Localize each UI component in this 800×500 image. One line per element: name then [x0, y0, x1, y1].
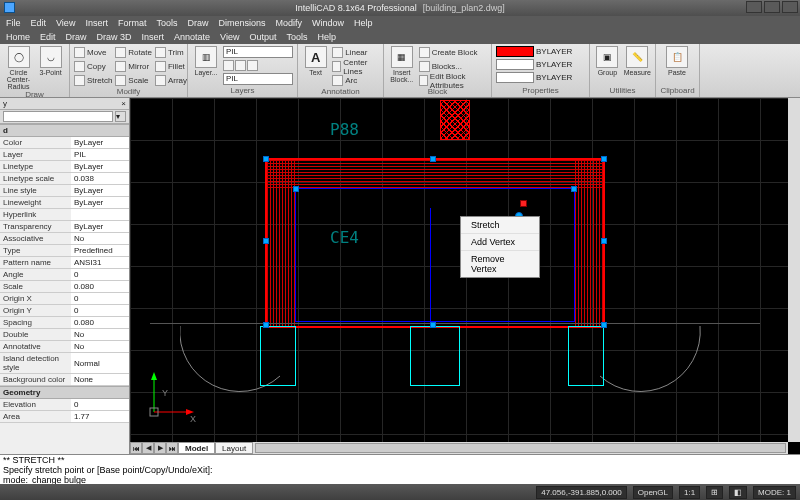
command-window[interactable]: ** STRETCH ** Specify stretch point or […: [0, 454, 800, 484]
menu-format[interactable]: Format: [118, 18, 147, 28]
grip[interactable]: [601, 238, 607, 244]
group-button[interactable]: ▣Group: [594, 46, 621, 76]
status-opengl: OpenGL: [633, 486, 673, 499]
menu-window[interactable]: Window: [312, 18, 344, 28]
menu-help[interactable]: Help: [354, 18, 373, 28]
tab-draw3d[interactable]: Draw 3D: [97, 32, 132, 42]
tab-insert[interactable]: Insert: [142, 32, 165, 42]
layer-combo2[interactable]: PIL: [223, 73, 293, 85]
close-button[interactable]: [782, 1, 798, 13]
insert-block-button[interactable]: ▦Insert Block...: [388, 46, 416, 83]
mirror-button[interactable]: Mirror: [115, 60, 152, 73]
status-coords: 47.056,-391.885,0.000: [536, 486, 627, 499]
arc-button[interactable]: ◡3-Point: [36, 46, 65, 76]
grip-hot[interactable]: [520, 200, 527, 207]
menu-modify[interactable]: Modify: [275, 18, 302, 28]
grip[interactable]: [430, 322, 436, 328]
stretch-button[interactable]: Stretch: [74, 74, 112, 87]
prop-combo[interactable]: [3, 111, 113, 122]
menu-draw[interactable]: Draw: [187, 18, 208, 28]
context-menu: Stretch Add Vertex Remove Vertex: [460, 216, 540, 278]
menu-dimensions[interactable]: Dimensions: [218, 18, 265, 28]
prop-tool-icon[interactable]: ▾: [115, 111, 126, 122]
layer-combo[interactable]: PIL: [223, 46, 293, 58]
menu-insert[interactable]: Insert: [85, 18, 108, 28]
rotate-button[interactable]: Rotate: [115, 46, 152, 59]
status-toggle-icon[interactable]: ⊞: [706, 486, 723, 499]
edit-attrs-button[interactable]: Edit Block Attributes: [419, 74, 487, 87]
lw-bylayer: BYLAYER: [536, 73, 572, 82]
grip[interactable]: [293, 186, 299, 192]
fillet-icon: [155, 61, 166, 72]
menu-edit[interactable]: Edit: [31, 18, 47, 28]
blocks-icon: [419, 61, 430, 72]
menu-tools[interactable]: Tools: [156, 18, 177, 28]
tab-draw[interactable]: Draw: [66, 32, 87, 42]
panel-properties-label: Properties: [496, 86, 585, 95]
text-button[interactable]: AText: [302, 46, 329, 76]
paste-button[interactable]: 📋Paste: [660, 46, 694, 76]
ctx-stretch[interactable]: Stretch: [461, 217, 539, 234]
tab-view[interactable]: View: [220, 32, 239, 42]
tab-home[interactable]: Home: [6, 32, 30, 42]
panel-block-label: Block: [388, 87, 487, 96]
prop-close-icon[interactable]: ×: [121, 99, 126, 108]
lineweight-swatch[interactable]: [496, 72, 534, 83]
tab-nav-last[interactable]: ⏭: [166, 442, 178, 454]
tab-layout[interactable]: Layout: [215, 442, 253, 454]
centerlines-button[interactable]: Center Lines: [332, 60, 379, 73]
circle-button[interactable]: ◯Circle Center-Radius: [4, 46, 33, 90]
maximize-button[interactable]: [764, 1, 780, 13]
tab-help[interactable]: Help: [318, 32, 337, 42]
svg-marker-1: [151, 372, 157, 380]
layer-tool-icon[interactable]: [235, 60, 246, 71]
paste-icon: 📋: [666, 46, 688, 68]
tab-nav-next[interactable]: ▶: [154, 442, 166, 454]
tab-tools[interactable]: Tools: [287, 32, 308, 42]
grip[interactable]: [571, 186, 577, 192]
drawing-canvas[interactable]: P88 CE4 Stretch Add Vertex: [130, 98, 800, 454]
menu-file[interactable]: File: [6, 18, 21, 28]
move-button[interactable]: Move: [74, 46, 112, 59]
tab-output[interactable]: Output: [249, 32, 276, 42]
layer-tool-icon[interactable]: [223, 60, 234, 71]
tab-nav-prev[interactable]: ◀: [142, 442, 154, 454]
minimize-button[interactable]: [746, 1, 762, 13]
ctx-remove-vertex[interactable]: Remove Vertex: [461, 251, 539, 277]
grip[interactable]: [430, 156, 436, 162]
grip[interactable]: [601, 322, 607, 328]
scale-button[interactable]: Scale: [115, 74, 152, 87]
grip[interactable]: [263, 322, 269, 328]
grip[interactable]: [263, 156, 269, 162]
measure-button[interactable]: 📏Measure: [624, 46, 651, 76]
ribbon-tabs: Home Edit Draw Draw 3D Insert Annotate V…: [0, 30, 800, 44]
dim-arc-button[interactable]: Arc: [332, 74, 379, 87]
copy-button[interactable]: Copy: [74, 60, 112, 73]
ctx-add-vertex[interactable]: Add Vertex: [461, 234, 539, 251]
title-bar: IntelliCAD 8.1x64 Professional [building…: [0, 0, 800, 16]
grip[interactable]: [601, 156, 607, 162]
status-toggle-icon[interactable]: ◧: [729, 486, 747, 499]
rotate-icon: [115, 47, 126, 58]
linetype-swatch[interactable]: [496, 59, 534, 70]
tab-annotate[interactable]: Annotate: [174, 32, 210, 42]
trim-button[interactable]: Trim: [155, 46, 187, 59]
color-bylayer: BYLAYER: [536, 47, 572, 56]
array-button[interactable]: Array: [155, 74, 187, 87]
color-swatch[interactable]: [496, 46, 534, 57]
measure-icon: 📏: [626, 46, 648, 68]
create-block-button[interactable]: Create Block: [419, 46, 487, 59]
menu-view[interactable]: View: [56, 18, 75, 28]
layer-button[interactable]: ▥Layer...: [192, 46, 220, 76]
fillet-button[interactable]: Fillet: [155, 60, 187, 73]
status-ratio[interactable]: 1:1: [679, 486, 700, 499]
tab-model[interactable]: Model: [178, 442, 215, 454]
window-buttons: [746, 1, 798, 13]
layer-tool-icon[interactable]: [247, 60, 258, 71]
scrollbar-vertical[interactable]: [788, 98, 800, 442]
section-geometry: Geometry: [0, 386, 129, 399]
scrollbar-horizontal[interactable]: [255, 443, 786, 453]
tab-edit[interactable]: Edit: [40, 32, 56, 42]
grip[interactable]: [263, 238, 269, 244]
tab-nav-first[interactable]: ⏮: [130, 442, 142, 454]
